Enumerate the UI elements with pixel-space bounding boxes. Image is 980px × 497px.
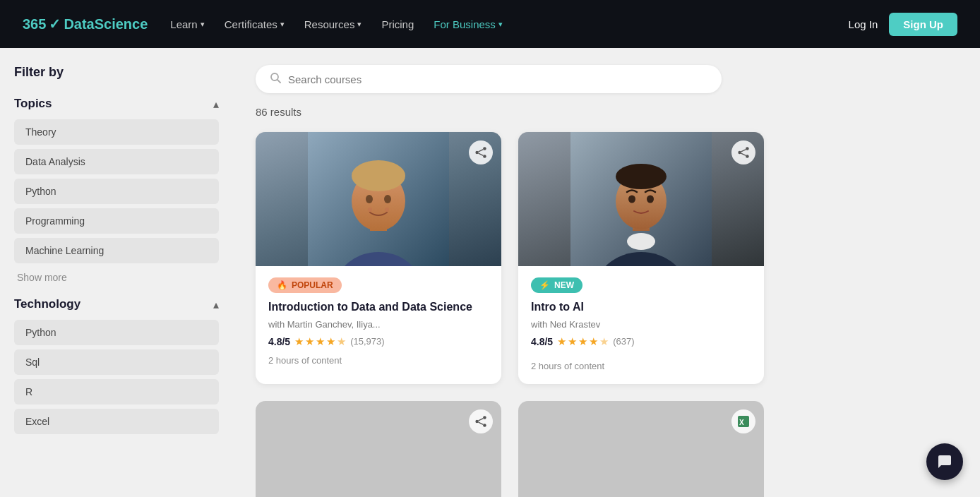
results-count: 86 results (256, 106, 957, 118)
login-button[interactable]: Log In (849, 18, 878, 30)
star-1-3: ★ (316, 335, 325, 348)
badge-new-label: NEW (554, 280, 574, 290)
chat-button[interactable] (926, 443, 963, 480)
svg-point-8 (384, 195, 391, 203)
rating-count-2: (637) (613, 336, 634, 347)
star-2-1: ★ (557, 335, 566, 348)
svg-point-21 (616, 164, 667, 189)
star-1-4: ★ (326, 335, 335, 348)
svg-point-10 (385, 208, 389, 212)
course-duration-2: 2 hours of content (531, 361, 751, 371)
logo-number: 365 (23, 16, 46, 32)
svg-line-32 (479, 418, 484, 420)
nav-right: Log In Sign Up (849, 13, 957, 36)
course-share-icon-3[interactable] (469, 409, 493, 433)
badge-popular-label: POPULAR (292, 280, 333, 290)
nav-pricing[interactable]: Pricing (381, 18, 414, 30)
filter-title: Filter by (14, 65, 219, 80)
svg-point-7 (366, 195, 373, 203)
svg-point-11 (483, 147, 486, 150)
star-2-3: ★ (578, 335, 587, 348)
course-card-intro-data: 🔥 POPULAR Introduction to Data and Data … (256, 132, 501, 384)
svg-point-22 (628, 196, 635, 203)
course-instructor-2: with Ned Krastev (531, 319, 751, 330)
technology-collapse-icon[interactable]: ▴ (213, 298, 219, 311)
svg-point-13 (483, 155, 486, 158)
svg-point-26 (746, 155, 749, 158)
main-content: 86 results (233, 48, 980, 497)
svg-line-1 (277, 80, 280, 83)
star-1-1: ★ (294, 335, 304, 348)
svg-point-29 (483, 416, 486, 419)
nav-forbusiness-label: For Business (434, 18, 496, 30)
svg-line-14 (479, 150, 484, 152)
course-card-intro-ai: ⚡ NEW Intro to AI with Ned Krastev 4.8/5… (518, 132, 764, 384)
sidebar: Filter by Topics ▴ Theory Data Analysis … (0, 48, 233, 497)
filter-data-analysis[interactable]: Data Analysis (14, 149, 219, 174)
star-2-2: ★ (568, 335, 577, 348)
course-title-2[interactable]: Intro to AI (531, 300, 751, 315)
filter-sql[interactable]: Sql (14, 349, 219, 375)
nav-forbusiness[interactable]: For Business ▾ (434, 18, 503, 30)
svg-line-28 (741, 153, 746, 155)
filter-r[interactable]: R (14, 379, 219, 405)
filter-python-topic[interactable]: Python (14, 179, 219, 204)
course-share-icon-1[interactable] (469, 140, 493, 164)
star-1-2: ★ (305, 335, 314, 348)
filter-theory[interactable]: Theory (14, 119, 219, 145)
filter-excel[interactable]: Excel (14, 409, 219, 434)
logo-checkmark: ✓ (49, 16, 61, 32)
nav-certificates[interactable]: Certificates ▾ (225, 18, 285, 30)
star-1-5: ★ (337, 335, 346, 348)
course-duration-1: 2 hours of content (268, 355, 489, 366)
instructor-photo-1 (256, 132, 501, 266)
search-input[interactable] (288, 73, 707, 85)
search-icon (270, 72, 281, 86)
rating-count-1: (15,973) (350, 336, 384, 347)
course-card-placeholder-2: X (518, 401, 764, 497)
signup-button[interactable]: Sign Up (889, 13, 957, 36)
svg-point-31 (483, 424, 486, 427)
svg-point-23 (647, 196, 654, 203)
technology-section: Technology ▴ Python Sql R Excel (14, 297, 219, 434)
stars-1: ★ ★ ★ ★ ★ (294, 335, 346, 348)
course-badge-new: ⚡ NEW (531, 277, 582, 293)
filter-python-tech[interactable]: Python (14, 320, 219, 345)
nav-learn[interactable]: Learn ▾ (170, 18, 204, 30)
filter-programming[interactable]: Programming (14, 208, 219, 234)
nav-forbusiness-chevron: ▾ (498, 20, 503, 29)
svg-point-24 (746, 147, 749, 150)
course-thumbnail-1 (256, 132, 501, 266)
svg-point-12 (475, 151, 479, 155)
technology-title: Technology (14, 297, 80, 311)
nav-resources[interactable]: Resources ▾ (304, 18, 362, 30)
course-badge-popular: 🔥 POPULAR (268, 277, 342, 293)
technology-header: Technology ▴ (14, 297, 219, 311)
course-share-icon-2[interactable] (731, 140, 755, 164)
nav-pricing-label: Pricing (381, 18, 414, 30)
search-bar (256, 65, 722, 93)
svg-line-27 (741, 150, 746, 152)
course-grid: 🔥 POPULAR Introduction to Data and Data … (256, 132, 764, 497)
topics-section: Topics ▴ Theory Data Analysis Python Pro… (14, 97, 219, 283)
svg-point-6 (352, 160, 405, 191)
star-2-5: ★ (599, 335, 609, 348)
topics-collapse-icon[interactable]: ▴ (213, 97, 219, 111)
course-title-1[interactable]: Introduction to Data and Data Science (268, 300, 489, 315)
navbar: 365✓DataScience Learn ▾ Certificates ▾ R… (0, 0, 980, 48)
course-body-1: 🔥 POPULAR Introduction to Data and Data … (256, 266, 501, 378)
course-share-icon-4[interactable]: X (731, 409, 755, 433)
logo[interactable]: 365✓DataScience (23, 16, 148, 32)
page-layout: Filter by Topics ▴ Theory Data Analysis … (0, 48, 980, 497)
nav-learn-chevron: ▾ (201, 20, 205, 29)
svg-point-18 (627, 233, 655, 250)
logo-datasci: DataScience (64, 16, 148, 32)
rating-score-1: 4.8/5 (268, 336, 290, 347)
nav-links: Learn ▾ Certificates ▾ Resources ▾ Prici… (170, 18, 825, 30)
topics-title: Topics (14, 97, 52, 111)
nav-certificates-label: Certificates (225, 18, 277, 30)
filter-machine-learning[interactable]: Machine Learning (14, 238, 219, 263)
svg-point-9 (368, 208, 372, 212)
course-body-2: ⚡ NEW Intro to AI with Ned Krastev 4.8/5… (518, 266, 764, 384)
topics-show-more[interactable]: Show more (14, 268, 219, 283)
